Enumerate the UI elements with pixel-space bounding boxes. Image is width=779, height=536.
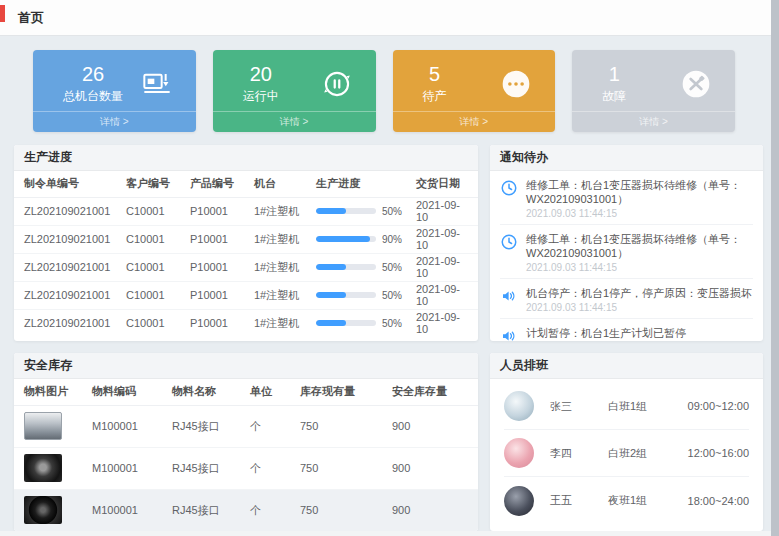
- stat-card-info: 20 运行中: [243, 63, 279, 105]
- stock-cell: 750: [294, 405, 386, 447]
- stat-card-waiting[interactable]: 5 待产 详情 >: [393, 50, 556, 132]
- customer-cell: C10001: [120, 197, 184, 225]
- progress-label: 50%: [382, 318, 402, 329]
- column-header: 库存现有量: [294, 379, 386, 405]
- stat-value: 20: [243, 63, 279, 85]
- safety-stock-cell: 900: [386, 447, 478, 489]
- column-header: 生产进度: [310, 171, 410, 197]
- running-icon: [320, 67, 354, 101]
- panel-body: 制令单编号 客户编号 产品编号 机台 生产进度 交货日期 ZL202109021…: [14, 171, 478, 341]
- stat-card-main: 26 总机台数量: [33, 50, 196, 111]
- column-header: 安全库存量: [386, 379, 478, 405]
- table-header-row: 物料图片 物料编码 物料名称 单位 库存现有量 安全库存量: [14, 379, 478, 405]
- safety-stock-cell: 900: [386, 489, 478, 531]
- panel-title: 生产进度: [24, 149, 72, 166]
- safety-inventory-panel: 安全库存 物料图片 物料编码 物料名称 单位 库存现有量 安全库存量: [14, 353, 478, 531]
- column-header: 物料图片: [14, 379, 86, 405]
- person-name: 王五: [550, 493, 608, 508]
- page-title: 首页: [18, 9, 44, 27]
- stat-card-main: 20 运行中: [213, 50, 376, 111]
- speaker-icon: [500, 287, 518, 305]
- progress-cell: 50%: [310, 281, 410, 309]
- date-cell: 2021-09-10: [410, 225, 478, 253]
- machine-cell: 1#注塑机: [248, 309, 310, 337]
- order-cell: ZL202109021001: [14, 309, 120, 337]
- page-header: 首页: [0, 0, 779, 36]
- stat-detail-link[interactable]: 详情 >: [393, 111, 556, 132]
- notification-text: 机台停产：机台1停产，停产原因：变压器损坏: [526, 286, 753, 300]
- date-cell: 2021-09-10: [410, 253, 478, 281]
- stat-detail-link[interactable]: 详情 >: [572, 111, 735, 132]
- date-cell: 2021-09-10: [410, 309, 478, 337]
- product-cell: P10001: [184, 309, 248, 337]
- order-cell: ZL202109021001: [14, 253, 120, 281]
- speaker-icon: [500, 327, 518, 341]
- notification-text: 维修工单：机台1变压器损坏待维修（单号：WX202109031001）: [526, 178, 753, 206]
- notification-time: 2021.09.03 11:44:15: [526, 208, 753, 219]
- schedule-list: 张三 白班1组 09:00~12:00 李四 白班2组 12:00~16:00 …: [490, 379, 763, 531]
- notification-time: 2021.09.03 11:44:15: [526, 302, 753, 313]
- avatar: [504, 391, 534, 421]
- notification-body: 维修工单：机台1变压器损坏待维修（单号：WX202109031001） 2021…: [526, 232, 753, 273]
- stat-label: 运行中: [243, 88, 279, 105]
- notification-item[interactable]: 计划暂停：机台1生产计划已暂停 2021.09.03 11:44:15: [500, 319, 753, 341]
- stat-card-fault[interactable]: 1 故障 详情 >: [572, 50, 735, 132]
- material-image-cell: [14, 447, 86, 489]
- person-shift: 夜班1组: [608, 493, 682, 508]
- stat-card-running[interactable]: 20 运行中 详情 >: [213, 50, 376, 132]
- progress-label: 90%: [382, 234, 402, 245]
- progress-bar: [316, 264, 376, 270]
- material-name-cell: RJ45接口: [166, 447, 244, 489]
- window-scrollbar[interactable]: [771, 0, 779, 536]
- notification-item[interactable]: 维修工单：机台1变压器损坏待维修（单号：WX202109031001） 2021…: [500, 171, 753, 225]
- stock-cell: 750: [294, 447, 386, 489]
- notifications-panel: 通知待办 维修工单：机台1变压器损坏待维修（单号：WX202109031001）…: [490, 145, 763, 341]
- schedule-row: 王五 夜班1组 18:00~24:00: [504, 477, 749, 524]
- unit-cell: 个: [244, 405, 294, 447]
- schedule-row: 张三 白班1组 09:00~12:00: [504, 383, 749, 430]
- panel-title: 通知待办: [500, 149, 548, 166]
- date-cell: 2021-09-10: [410, 281, 478, 309]
- machine-icon: [140, 67, 174, 101]
- material-code-cell: M100001: [86, 489, 166, 531]
- progress-bar: [316, 208, 376, 214]
- stat-value: 5: [423, 63, 447, 85]
- progress-cell: 50%: [310, 309, 410, 337]
- stat-detail-link[interactable]: 详情 >: [33, 111, 196, 132]
- stat-label: 故障: [602, 88, 626, 105]
- progress-bar: [316, 292, 376, 298]
- table-row: ZL202109021001 C10001 P10001 1#注塑机 90% 2…: [14, 225, 478, 253]
- panel-header: 通知待办: [490, 145, 763, 171]
- stat-card-info: 26 总机台数量: [63, 63, 123, 105]
- product-cell: P10001: [184, 225, 248, 253]
- notification-item[interactable]: 维修工单：机台1变压器损坏待维修（单号：WX202109031001） 2021…: [500, 225, 753, 279]
- progress-cell: 50%: [310, 197, 410, 225]
- customer-cell: C10001: [120, 281, 184, 309]
- avatar: [504, 486, 534, 516]
- panel-header: 生产进度: [14, 145, 478, 171]
- avatar: [504, 438, 534, 468]
- notification-item[interactable]: 机台停产：机台1停产，停产原因：变压器损坏 2021.09.03 11:44:1…: [500, 279, 753, 319]
- stat-value: 1: [602, 63, 626, 85]
- column-header: 机台: [248, 171, 310, 197]
- table-row: M100001 RJ45接口 个 750 900: [14, 405, 478, 447]
- production-progress-panel: 生产进度 制令单编号 客户编号 产品编号 机台 生产进度 交货日期: [14, 145, 478, 341]
- unit-cell: 个: [244, 447, 294, 489]
- person-time: 12:00~16:00: [688, 447, 749, 459]
- stat-card-info: 5 待产: [423, 63, 447, 105]
- column-header: 制令单编号: [14, 171, 120, 197]
- stat-card-total-machines[interactable]: 26 总机台数量 详情 >: [33, 50, 196, 132]
- order-cell: ZL202109021001: [14, 225, 120, 253]
- material-name-cell: RJ45接口: [166, 489, 244, 531]
- table-row: ZL202109021001 C10001 P10001 1#注塑机 50% 2…: [14, 309, 478, 337]
- notification-list: 维修工单：机台1变压器损坏待维修（单号：WX202109031001） 2021…: [490, 171, 763, 341]
- panel-body: 物料图片 物料编码 物料名称 单位 库存现有量 安全库存量 M100001 R: [14, 379, 478, 531]
- progress-bar: [316, 236, 376, 242]
- material-name-cell: RJ45接口: [166, 405, 244, 447]
- schedule-row: 李四 白班2组 12:00~16:00: [504, 430, 749, 477]
- person-name: 张三: [550, 399, 608, 414]
- notification-text: 维修工单：机台1变压器损坏待维修（单号：WX202109031001）: [526, 232, 753, 260]
- order-cell: ZL202109021001: [14, 197, 120, 225]
- order-cell: ZL202109021001: [14, 281, 120, 309]
- stat-detail-link[interactable]: 详情 >: [213, 111, 376, 132]
